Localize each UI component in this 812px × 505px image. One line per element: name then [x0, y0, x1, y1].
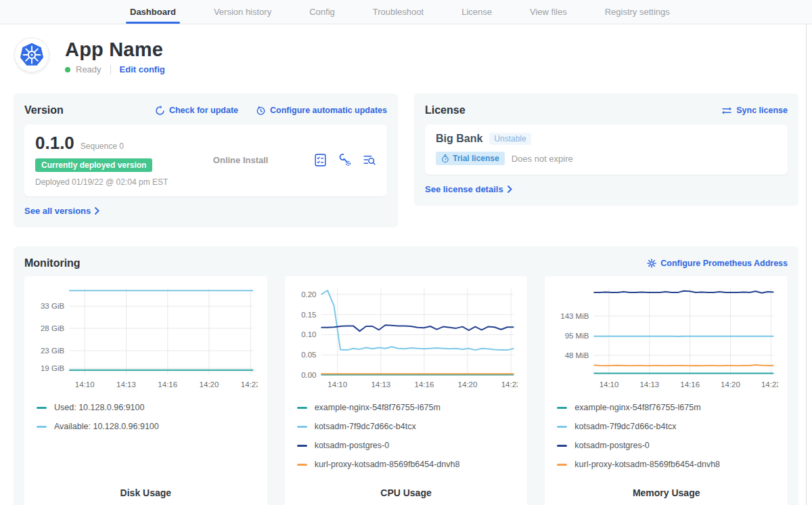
- license-card: License Sync license Big Bank Unstable T…: [414, 93, 798, 206]
- see-all-versions-link[interactable]: See all versions: [24, 206, 99, 216]
- tab-config[interactable]: Config: [309, 0, 335, 24]
- cpu-usage-chart-card: 0.200.150.100.050.0014:1014:1314:1614:20…: [285, 276, 528, 505]
- legend-label: kurl-proxy-kotsadm-8569fb6454-dnvh8: [574, 460, 720, 469]
- svg-text:14:20: 14:20: [200, 380, 219, 389]
- legend-item: Used: 10.128.0.96:9100: [37, 398, 258, 417]
- see-license-details-link[interactable]: See license details: [425, 184, 512, 194]
- see-all-versions-label: See all versions: [24, 206, 91, 216]
- tab-dashboard[interactable]: Dashboard: [130, 0, 176, 24]
- legend-item: kotsadm-7f9dc7d66c-b4tcx: [297, 417, 518, 436]
- svg-text:14:23: 14:23: [761, 380, 778, 389]
- license-details-card: Big Bank Unstable Trial license Does not…: [425, 125, 788, 175]
- version-action-icons: [313, 153, 376, 167]
- legend-color-dash: [37, 407, 47, 409]
- license-card-header: License Sync license: [425, 104, 788, 116]
- legend-label: kotsadm-7f9dc7d66c-b4tcx: [315, 422, 416, 431]
- tab-troubleshoot[interactable]: Troubleshoot: [373, 0, 424, 24]
- tab-version-history[interactable]: Version history: [214, 0, 271, 24]
- license-title: License: [425, 104, 466, 116]
- configure-automatic-updates-link[interactable]: Configure automatic updates: [256, 106, 387, 116]
- monitoring-section: Monitoring Configure Prometheus Address …: [14, 246, 798, 505]
- sync-license-label: Sync license: [736, 106, 788, 115]
- configure-prometheus-link[interactable]: Configure Prometheus Address: [647, 259, 788, 268]
- divider: [110, 65, 111, 74]
- app-meta: App Name Ready Edit config: [65, 38, 165, 74]
- kubernetes-logo-icon: [15, 38, 49, 72]
- legend-label: Used: 10.128.0.96:9100: [54, 403, 144, 412]
- svg-text:14:16: 14:16: [158, 380, 177, 389]
- chart-title: Disk Usage: [34, 487, 258, 500]
- schedule-clock-icon: [256, 106, 266, 116]
- legend-label: example-nginx-54f8f76755-l675m: [574, 403, 700, 412]
- version-info: 0.1.0 Sequence 0 Currently deployed vers…: [35, 133, 168, 187]
- top-nav: DashboardVersion historyConfigTroublesho…: [0, 0, 812, 24]
- memory-usage-chart: 143 MiB95 MiB48 MiB14:1014:1314:1614:201…: [554, 284, 778, 391]
- legend-label: example-nginx-54f8f76755-l675m: [315, 403, 441, 412]
- svg-text:23 GiB: 23 GiB: [41, 347, 64, 355]
- legend-color-dash: [557, 445, 567, 447]
- refresh-icon: [155, 106, 165, 116]
- config-wrench-icon[interactable]: [338, 153, 352, 167]
- disk-usage-legend: Used: 10.128.0.96:9100Available: 10.128.…: [37, 398, 258, 436]
- svg-text:14:10: 14:10: [75, 380, 95, 389]
- license-type-label: Trial license: [453, 154, 499, 163]
- svg-text:0.20: 0.20: [301, 290, 316, 299]
- legend-label: Available: 10.128.0.96:9100: [54, 422, 159, 431]
- legend-color-dash: [297, 426, 307, 428]
- memory-usage-legend: example-nginx-54f8f76755-l675mkotsadm-7f…: [557, 398, 778, 474]
- legend-color-dash: [557, 464, 567, 466]
- summary-cards-row: Version Check for update Configure autom…: [14, 93, 798, 227]
- tab-view-files[interactable]: View files: [530, 0, 567, 24]
- disk-usage-chart: 33 GiB28 GiB23 GiB19 GiB14:1014:1314:161…: [34, 284, 258, 391]
- sync-arrows-icon: [721, 106, 732, 115]
- dashboard-content: App Name Ready Edit config Version Check…: [0, 38, 812, 505]
- tab-registry-settings[interactable]: Registry settings: [605, 0, 670, 24]
- current-version-card: 0.1.0 Sequence 0 Currently deployed vers…: [24, 125, 387, 196]
- legend-color-dash: [557, 407, 567, 409]
- app-title: App Name: [65, 38, 165, 61]
- monitoring-title: Monitoring: [24, 257, 81, 269]
- app-header: App Name Ready Edit config: [15, 38, 812, 74]
- legend-label: kotsadm-postgres-0: [574, 441, 649, 450]
- chart-title: CPU Usage: [294, 487, 518, 500]
- tab-license[interactable]: License: [461, 0, 492, 24]
- legend-color-dash: [297, 464, 307, 466]
- svg-text:19 GiB: 19 GiB: [41, 364, 64, 372]
- legend-item: kotsadm-postgres-0: [297, 436, 518, 455]
- legend-color-dash: [37, 426, 47, 428]
- svg-text:28 GiB: 28 GiB: [41, 324, 64, 332]
- svg-text:0.15: 0.15: [301, 311, 316, 319]
- legend-item: Available: 10.128.0.96:9100: [37, 417, 258, 436]
- svg-text:0.00: 0.00: [301, 371, 316, 379]
- deploy-logs-icon[interactable]: [362, 153, 376, 167]
- chevron-right-icon: [95, 207, 99, 215]
- svg-text:0.10: 0.10: [301, 330, 316, 338]
- version-card: Version Check for update Configure autom…: [14, 93, 398, 227]
- deployed-timestamp: Deployed 01/19/22 @ 02:04 pm EST: [35, 177, 168, 187]
- legend-item: kurl-proxy-kotsadm-8569fb6454-dnvh8: [557, 455, 778, 474]
- version-title: Version: [24, 104, 64, 116]
- svg-text:14:23: 14:23: [501, 380, 518, 389]
- legend-color-dash: [297, 445, 307, 447]
- svg-text:143 MiB: 143 MiB: [561, 312, 590, 320]
- memory-usage-chart-card: 143 MiB95 MiB48 MiB14:1014:1314:1614:201…: [545, 276, 788, 505]
- top-nav-tabs: DashboardVersion historyConfigTroublesho…: [130, 0, 670, 24]
- preflight-checks-icon[interactable]: [313, 153, 328, 167]
- cpu-usage-chart: 0.200.150.100.050.0014:1014:1314:1614:20…: [294, 284, 518, 391]
- configure-prometheus-label: Configure Prometheus Address: [660, 259, 788, 268]
- legend-item: kotsadm-7f9dc7d66c-b4tcx: [557, 417, 778, 436]
- monitoring-header: Monitoring Configure Prometheus Address: [24, 257, 788, 269]
- check-for-update-link[interactable]: Check for update: [155, 106, 238, 116]
- svg-text:14:20: 14:20: [721, 380, 740, 389]
- svg-text:14:13: 14:13: [640, 380, 660, 389]
- sync-license-link[interactable]: Sync license: [721, 106, 788, 115]
- edit-config-link[interactable]: Edit config: [120, 64, 165, 74]
- configure-automatic-updates-label: Configure automatic updates: [270, 106, 387, 115]
- svg-text:14:10: 14:10: [328, 380, 347, 389]
- legend-label: kotsadm-postgres-0: [315, 441, 389, 450]
- legend-item: kotsadm-postgres-0: [557, 436, 778, 455]
- legend-label: kurl-proxy-kotsadm-8569fb6454-dnvh8: [315, 460, 460, 469]
- window-edge: [806, 24, 807, 505]
- legend-item: kurl-proxy-kotsadm-8569fb6454-dnvh8: [297, 455, 518, 474]
- svg-text:14:20: 14:20: [457, 380, 477, 389]
